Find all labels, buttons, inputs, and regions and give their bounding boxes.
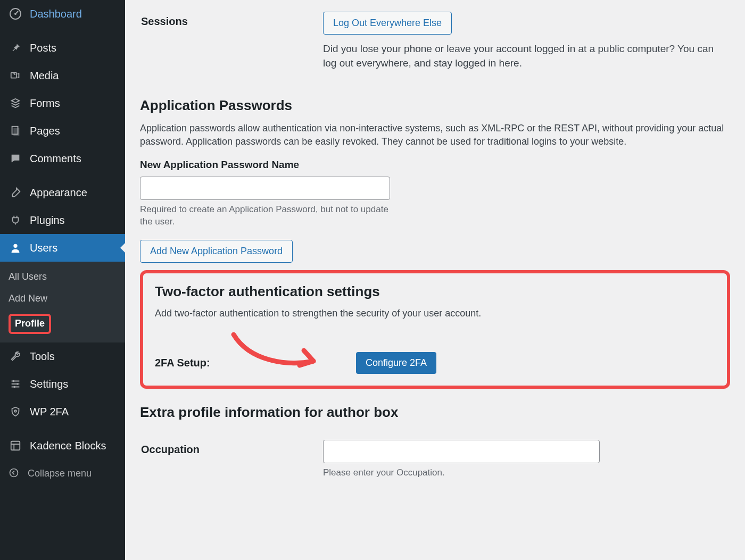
sidebar-item-users[interactable]: Users <box>0 234 125 262</box>
svg-point-8 <box>13 386 15 388</box>
forms-icon <box>9 96 22 110</box>
svg-rect-10 <box>11 441 20 450</box>
sidebar-label: Posts <box>30 40 56 55</box>
occupation-hint: Please enter your Occupation. <box>323 466 729 479</box>
sidebar-item-posts[interactable]: Posts <box>0 34 125 62</box>
collapse-menu[interactable]: Collapse menu <box>0 459 125 488</box>
sidebar-label: Settings <box>30 377 68 391</box>
app-password-field-group: New Application Password Name Required t… <box>140 158 730 228</box>
app-passwords-desc: Application passwords allow authenticati… <box>140 122 725 148</box>
svg-point-11 <box>10 469 18 477</box>
extra-heading: Extra profile information for author box <box>140 403 730 422</box>
sidebar-label: Appearance <box>30 185 87 200</box>
pin-icon <box>9 41 22 55</box>
sidebar-label: Tools <box>30 349 55 364</box>
media-icon <box>9 69 22 82</box>
twofa-highlight-box: Two-factor authentication settings Add t… <box>140 270 730 389</box>
sidebar-label: Plugins <box>30 213 65 228</box>
configure-2fa-button[interactable]: Configure 2FA <box>356 352 436 374</box>
twofa-heading: Two-factor authentication settings <box>155 282 715 301</box>
blocks-icon <box>9 439 22 453</box>
twofa-desc: Add two-factor authentication to strengt… <box>155 307 715 320</box>
pages-icon <box>9 124 22 138</box>
wrench-icon <box>9 349 22 363</box>
app-passwords-heading: Application Passwords <box>140 96 730 115</box>
sidebar-item-comments[interactable]: Comments <box>0 145 125 172</box>
user-icon <box>9 241 22 255</box>
occupation-label: Occupation <box>141 429 322 490</box>
sidebar-item-pages[interactable]: Pages <box>0 117 125 145</box>
sidebar-label: Users <box>30 240 57 255</box>
occupation-input[interactable] <box>323 440 600 463</box>
app-password-name-input[interactable] <box>140 177 390 200</box>
sidebar-label: Pages <box>30 123 60 138</box>
sidebar-item-kadence[interactable]: Kadence Blocks <box>0 432 125 459</box>
plug-icon <box>9 213 22 227</box>
submenu-add-new[interactable]: Add New <box>0 288 125 310</box>
sessions-desc: Did you lose your phone or leave your ac… <box>323 42 729 70</box>
app-password-name-label: New Application Password Name <box>140 158 730 172</box>
sidebar-item-tools[interactable]: Tools <box>0 342 125 370</box>
comment-icon <box>9 152 22 165</box>
svg-point-1 <box>14 13 16 15</box>
app-password-hint: Required to create an Application Passwo… <box>140 203 390 229</box>
sliders-icon <box>9 377 22 391</box>
svg-point-6 <box>13 380 15 382</box>
admin-sidebar: Dashboard Posts Media Forms Pages <box>0 0 125 560</box>
svg-point-7 <box>16 383 19 385</box>
sidebar-label: WP 2FA <box>30 404 69 419</box>
collapse-label: Collapse menu <box>28 467 92 480</box>
twofa-setup-label: 2FA Setup: <box>155 355 235 370</box>
svg-rect-4 <box>13 128 19 136</box>
brush-icon <box>9 186 22 199</box>
logout-everywhere-button[interactable]: Log Out Everywhere Else <box>323 12 452 35</box>
submenu-all-users[interactable]: All Users <box>0 266 125 288</box>
sidebar-label: Media <box>30 68 59 83</box>
svg-point-9 <box>14 410 16 412</box>
sidebar-item-dashboard[interactable]: Dashboard <box>0 0 125 28</box>
sidebar-item-appearance[interactable]: Appearance <box>0 179 125 206</box>
sidebar-label: Comments <box>30 151 81 166</box>
main-content: Sessions Log Out Everywhere Else Did you… <box>125 0 745 560</box>
sidebar-label: Forms <box>30 96 60 111</box>
svg-point-5 <box>13 244 17 248</box>
users-submenu: All Users Add New Profile <box>0 262 125 342</box>
collapse-icon <box>9 467 20 479</box>
sidebar-label: Dashboard <box>30 6 82 21</box>
occupation-row: Occupation Please enter your Occupation. <box>140 428 730 491</box>
sidebar-item-wp2fa[interactable]: WP 2FA <box>0 398 125 425</box>
sidebar-label: Kadence Blocks <box>30 438 106 453</box>
shield-icon <box>9 405 22 419</box>
sessions-row: Sessions Log Out Everywhere Else Did you… <box>140 0 730 82</box>
annotation-arrow-icon <box>228 329 335 377</box>
sidebar-item-media[interactable]: Media <box>0 62 125 89</box>
sidebar-item-forms[interactable]: Forms <box>0 89 125 117</box>
sidebar-item-plugins[interactable]: Plugins <box>0 206 125 234</box>
sidebar-item-settings[interactable]: Settings <box>0 370 125 398</box>
sessions-caption: Sessions <box>141 1 322 81</box>
submenu-profile[interactable]: Profile <box>0 310 125 338</box>
dashboard-icon <box>9 7 22 21</box>
add-app-password-button[interactable]: Add New Application Password <box>140 240 293 263</box>
